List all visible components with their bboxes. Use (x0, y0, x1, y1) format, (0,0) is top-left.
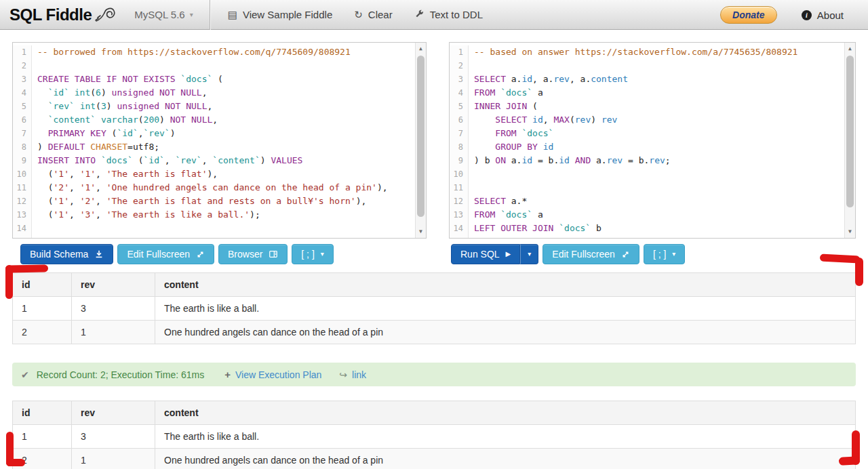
table-row: 13The earth is like a ball. (13, 297, 856, 321)
code-line: 3CREATE TABLE IF NOT EXISTS `docs` ( (13, 73, 426, 86)
code-line: 9) b ON a.id = b.id AND a.rev = b.rev; (450, 154, 855, 167)
scroll-down-arrow-icon[interactable]: ▼ (416, 226, 426, 237)
schema-editor[interactable]: 1-- borrowed from https://stackoverflow.… (12, 42, 427, 239)
view-execution-plan-link[interactable]: + View Execution Plan (224, 369, 321, 380)
table-cell: The earth is like a ball. (155, 425, 856, 449)
results-table: idrevcontent13The earth is like a ball.2… (12, 272, 856, 344)
edit-fullscreen-button[interactable]: Edit Fullscreen (542, 244, 639, 264)
fiddle-scroll-icon (94, 4, 117, 23)
caret-down-icon: ▾ (528, 251, 531, 258)
scroll-up-arrow-icon[interactable]: ▲ (845, 43, 855, 54)
line-number: 9 (13, 154, 32, 167)
query-toolbar: Run SQL ▶ ▾ Edit Fullscreen [ ; ] ▾ (451, 244, 685, 264)
about-label: About (817, 9, 844, 21)
code-line: 6 SELECT id, MAX(rev) rev (450, 113, 855, 127)
caret-down-icon: ▾ (672, 251, 675, 258)
info-icon: i (802, 10, 812, 20)
button-label: [ ; ] (301, 249, 314, 260)
terminator-dropdown-button[interactable]: [ ; ] ▾ (644, 244, 685, 264)
line-number: 15 (450, 235, 469, 239)
query-editor-scrollbar[interactable]: ▲ ▼ (844, 43, 855, 238)
menu-item-view-sample-fiddle[interactable]: ▤ View Sample Fiddle (228, 9, 332, 21)
brand[interactable]: SQL Fiddle (9, 5, 117, 24)
column-header: rev (72, 401, 155, 425)
column-header: id (13, 401, 72, 425)
edit-fullscreen-button[interactable]: Edit Fullscreen (117, 244, 214, 264)
line-number: 8 (450, 140, 469, 154)
menu-label: Clear (368, 9, 393, 20)
line-number: 1 (450, 45, 469, 59)
query-editor[interactable]: 1-- based on answer https://stackoverflo… (449, 42, 856, 239)
query-editor-code: 1-- based on answer https://stackoverflo… (450, 43, 855, 239)
line-number: 7 (450, 127, 469, 140)
scroll-down-arrow-icon[interactable]: ▼ (845, 226, 855, 237)
line-number: 14 (13, 222, 32, 235)
line-number: 8 (13, 140, 32, 154)
button-label: Run SQL (460, 249, 500, 260)
browser-panel-icon (269, 249, 278, 259)
code-line: 7 PRIMARY KEY (`id`,`rev`) (13, 127, 426, 140)
code-line: 13 ('1', '3', 'The earth is like a ball.… (13, 208, 426, 222)
scrollbar-thumb[interactable] (417, 56, 425, 217)
line-number: 4 (450, 86, 469, 100)
code-line: 7 FROM `docs` (450, 127, 855, 140)
run-sql-dropdown-toggle[interactable]: ▾ (520, 244, 538, 264)
table-cell: 1 (72, 321, 155, 344)
table-cell: 3 (72, 297, 155, 321)
refresh-icon: ↻ (354, 9, 363, 21)
code-line: 9INSERT INTO `docs` (`id`, `rev`, `conte… (13, 154, 426, 167)
line-number: 2 (450, 59, 469, 73)
column-header: rev (72, 273, 155, 297)
code-line: 3SELECT a.id, a.rev, a.content (450, 73, 855, 86)
scrollbar-thumb[interactable] (846, 56, 854, 207)
line-number: 12 (13, 195, 32, 208)
table-cell: One hundred angels can dance on the head… (155, 449, 856, 469)
column-header: content (155, 273, 856, 297)
build-schema-button[interactable]: Build Schema (20, 244, 113, 264)
navbar: SQL Fiddle MySQL 5.6 ▾ ▤ View Sample Fid… (0, 0, 868, 30)
table-cell: 1 (13, 297, 72, 321)
run-sql-button[interactable]: Run SQL ▶ (451, 244, 520, 264)
line-number: 14 (450, 222, 469, 235)
results-table: idrevcontent13The earth is like a ball.2… (12, 401, 856, 469)
db-version-dropdown[interactable]: MySQL 5.6 ▾ (134, 9, 193, 20)
terminator-dropdown-button[interactable]: [ ; ] ▾ (292, 244, 333, 264)
code-line: 10 (450, 167, 855, 181)
menu-item-text-to-ddl[interactable]: Text to DDL (414, 9, 483, 21)
execution-status-bar: ✔ Record Count: 2; Execution Time: 61ms … (12, 363, 856, 386)
permalink-link[interactable]: ↪ link (339, 369, 366, 380)
code-line: 15 (13, 235, 426, 239)
about-link[interactable]: i About (802, 9, 844, 21)
browser-button[interactable]: Browser (218, 244, 288, 264)
donate-button[interactable]: Donate (720, 6, 777, 24)
expand-icon (196, 250, 205, 259)
schema-editor-scrollbar[interactable]: ▲ ▼ (415, 43, 426, 238)
code-line: 15 ON a.id = b.id AND a.rev < b.rev (450, 235, 855, 239)
line-number: 6 (450, 113, 469, 127)
table-row: 21One hundred angels can dance on the he… (13, 321, 856, 344)
db-version-label: MySQL 5.6 (134, 9, 184, 20)
line-number: 12 (450, 195, 469, 208)
button-label: Edit Fullscreen (552, 249, 615, 260)
line-number: 1 (13, 45, 32, 59)
code-line: 4FROM `docs` a (450, 86, 855, 100)
line-number: 11 (450, 181, 469, 195)
line-number: 13 (13, 208, 32, 222)
code-line: 1-- borrowed from https://stackoverflow.… (13, 45, 426, 59)
line-number: 10 (450, 167, 469, 181)
code-line: 8 GROUP BY id (450, 140, 855, 154)
table-cell: 2 (13, 321, 72, 344)
table-cell: 3 (72, 425, 155, 449)
code-line: 11 (450, 181, 855, 195)
table-header-row: idrevcontent (13, 401, 856, 425)
menu-label: View Sample Fiddle (243, 9, 332, 20)
column-header: id (13, 273, 72, 297)
wrench-icon (414, 9, 425, 20)
table-cell: The earth is like a ball. (155, 297, 856, 321)
menu-item-clear[interactable]: ↻ Clear (354, 9, 392, 21)
button-label: [ ; ] (653, 249, 666, 260)
code-line: 2 (13, 59, 426, 73)
scroll-up-arrow-icon[interactable]: ▲ (416, 43, 426, 54)
brand-title: SQL Fiddle (9, 5, 92, 24)
line-number: 4 (13, 86, 32, 100)
